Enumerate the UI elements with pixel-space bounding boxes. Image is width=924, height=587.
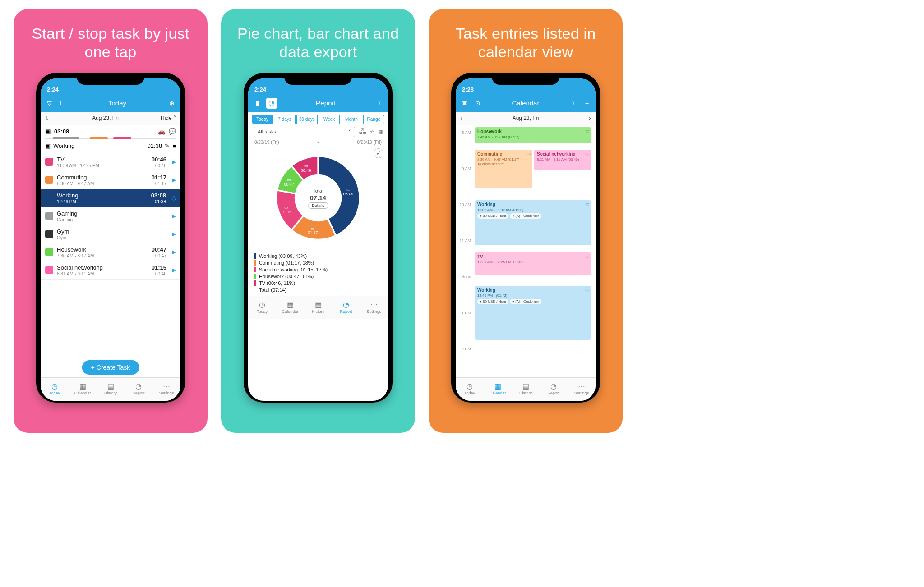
range-7days[interactable]: 7 days	[274, 115, 295, 124]
tab-settings[interactable]: ⋯Settings	[568, 378, 596, 401]
range-selector: Today7 days30 daysWeekMonthRange	[248, 112, 388, 127]
edit-icon[interactable]: ✎	[165, 142, 170, 149]
calendar-event[interactable]: ▭ Working 12:46 PM - (01:42)● 80 USD / H…	[475, 286, 591, 340]
play-icon[interactable]: ▶	[172, 159, 176, 165]
tab-today[interactable]: ◷Today	[456, 378, 484, 401]
piechart-toggle-icon[interactable]: ◔	[266, 98, 277, 109]
tab-report[interactable]: ◔Report	[540, 378, 568, 401]
create-task-button[interactable]: + Create Task	[82, 360, 139, 375]
tab-label: Settings	[159, 391, 174, 395]
tab-history[interactable]: ▤History	[97, 378, 125, 401]
task-row[interactable]: Working 12:46 PM - 03:08 01:38 ◷	[41, 189, 180, 207]
hour-label: 11 AM	[457, 238, 471, 243]
moon-icon[interactable]: ☾	[45, 115, 50, 121]
task-color-icon	[45, 212, 53, 220]
status-time: 2:24	[47, 86, 59, 93]
today-icon[interactable]: ▣	[459, 98, 469, 108]
range-month[interactable]: Month	[341, 115, 362, 124]
play-icon[interactable]: ▶	[172, 267, 176, 273]
today-icon: ◷	[259, 301, 265, 308]
task-meta: 7:30 AM - 8:17 AM	[57, 253, 94, 258]
duration-toggle[interactable]: ◷DUR	[359, 128, 366, 135]
task-list: TV 11:39 AM - 12:25 PM 00:46 00:46 ▶ Com…	[41, 153, 180, 377]
calendar-event[interactable]: ▭ Housework 7:45 AM - 8:17 AM (00:32)	[475, 127, 591, 143]
range-range[interactable]: Range	[363, 115, 384, 124]
hour-label: 1 PM	[457, 311, 471, 315]
tab-label: Settings	[367, 309, 382, 314]
chart-legend: Working (03:09, 43%)Commuting (01:17, 18…	[248, 250, 388, 296]
barchart-toggle-icon[interactable]: ▮	[252, 98, 263, 109]
task-subduration: 00:46	[152, 163, 166, 168]
play-icon[interactable]: ▶	[172, 249, 176, 255]
tab-label: History	[519, 391, 532, 395]
star-icon[interactable]: ☆	[370, 129, 374, 135]
tab-today[interactable]: ◷Today	[41, 378, 69, 401]
event-title: Social networking	[537, 151, 588, 157]
tab-calendar[interactable]: ▦Calendar	[69, 378, 97, 401]
status-time: 2:28	[462, 86, 474, 93]
task-filter-select[interactable]: All tasks ˅	[254, 127, 355, 137]
settings-icon: ⋯	[163, 383, 170, 390]
inbox-icon[interactable]: ☐	[58, 98, 68, 108]
range-30days[interactable]: 30 days	[296, 115, 318, 124]
play-icon[interactable]: ▶	[172, 231, 176, 237]
task-row[interactable]: TV 11:39 AM - 12:25 PM 00:46 00:46 ▶	[41, 153, 180, 171]
tab-settings[interactable]: ⋯Settings	[360, 296, 388, 319]
share-icon[interactable]: ⇪	[568, 98, 578, 108]
tab-history[interactable]: ▤History	[512, 378, 540, 401]
event-title: Housework	[477, 129, 588, 134]
task-row[interactable]: Commuting 8:30 AM - 9:47 AM 01:17 01:17 …	[41, 171, 180, 189]
task-row[interactable]: Gaming Gaming ▶	[41, 207, 180, 225]
active-task-row[interactable]: ▣ Working 01:38 ✎ ■	[45, 140, 176, 151]
task-row[interactable]: Gym Gym ▶	[41, 225, 180, 243]
calendar-icon: ▦	[494, 383, 501, 390]
tab-calendar[interactable]: ▦Calendar	[276, 296, 304, 319]
tab-today[interactable]: ◷Today	[248, 296, 276, 319]
event-meta: 7:45 AM - 8:17 AM (00:32)	[477, 135, 588, 139]
legend-label: Working (03:09, 43%)	[259, 253, 307, 259]
tab-label: Report	[547, 391, 559, 395]
layout-icon[interactable]: ▦	[378, 129, 383, 135]
tab-report[interactable]: ◔Report	[125, 378, 152, 401]
stop-icon[interactable]: ■	[172, 142, 176, 149]
task-row[interactable]: Housework 7:30 AM - 8:17 AM 00:47 00:47 …	[41, 243, 180, 261]
legend-row: Housework (00:47, 11%)	[254, 274, 382, 279]
add-icon[interactable]: +	[582, 98, 592, 108]
calendar-event[interactable]: ▭ TV 11:39 AM - 12:25 PM (00:46)	[475, 252, 591, 275]
event-title: Working	[477, 288, 588, 293]
play-icon[interactable]: ▶	[172, 177, 176, 183]
check-circle-icon[interactable]: ✓	[374, 148, 383, 158]
next-day-button[interactable]: ›	[589, 115, 591, 122]
tab-history[interactable]: ▤History	[304, 296, 332, 319]
event-meta2: To customer site	[477, 162, 530, 166]
tab-calendar[interactable]: ▦Calendar	[484, 378, 512, 401]
hide-toggle[interactable]: Hide ˄	[161, 115, 176, 121]
promo-panel-today: Start / stop task by just one tap 2:24 ▽…	[14, 9, 208, 433]
range-today[interactable]: Today	[252, 115, 273, 124]
task-row[interactable]: Social networking 8:31 AM - 9:11 AM 01:1…	[41, 261, 180, 280]
zoom-icon[interactable]: ⊙	[473, 98, 483, 108]
legend-label: Social networking (01:15, 17%)	[259, 267, 328, 272]
stopwatch-icon[interactable]: ◷	[171, 195, 176, 201]
details-button[interactable]: Details	[308, 202, 328, 209]
calendar-event[interactable]: ▭ Working 10:02 AM - 11:32 AM (01:30)● 8…	[475, 200, 591, 245]
task-subduration: 01:38	[151, 199, 166, 204]
play-icon[interactable]: ▶	[172, 213, 176, 219]
tab-report[interactable]: ◔Report	[332, 296, 360, 319]
task-meta: 12:46 PM -	[57, 199, 79, 204]
filter-icon[interactable]: ▽	[44, 98, 54, 108]
range-week[interactable]: Week	[319, 115, 340, 124]
share-icon[interactable]: ⇪	[374, 98, 384, 108]
phone-frame-3: 2:28 ▣ ⊙ Calendar ⇪ + ‹ Aug 23, Fri › 8 …	[451, 73, 600, 403]
history-icon: ▤	[107, 383, 114, 390]
calendar-event[interactable]: ▭ Commuting 8:30 AM - 9:47 AM (01:17)To …	[475, 150, 532, 188]
history-icon: ▤	[315, 301, 322, 308]
compass-icon[interactable]: ⊕	[167, 98, 177, 108]
calendar-appbar: ▣ ⊙ Calendar ⇪ +	[456, 95, 596, 112]
event-tag: ● 80 USD / Hour	[477, 299, 508, 304]
stopwatch-icon: ▣	[45, 128, 51, 135]
event-title: Commuting	[477, 151, 530, 157]
calendar-event[interactable]: ▭ Social networking 8:31 AM - 9:11 AM (0…	[534, 150, 591, 170]
tab-settings[interactable]: ⋯Settings	[152, 378, 180, 401]
tab-label: Today	[257, 309, 268, 314]
